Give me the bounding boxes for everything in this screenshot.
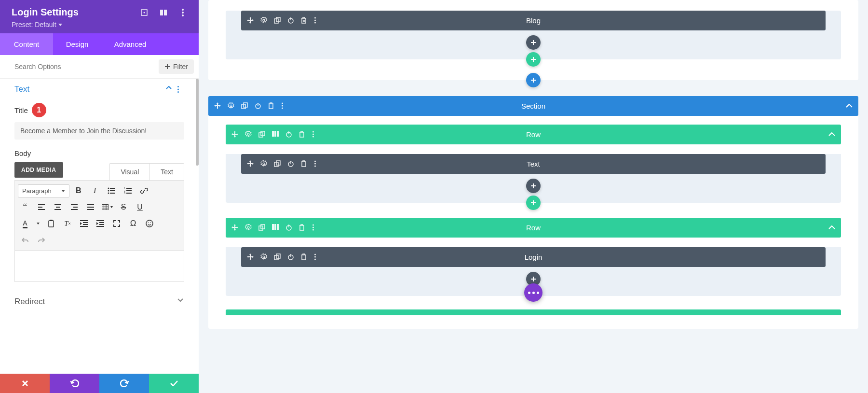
quote-icon[interactable]: “ [18,200,32,214]
move-icon[interactable] [231,131,239,139]
undo-icon[interactable] [18,233,32,247]
format-select[interactable]: Paragraph [18,184,69,197]
gear-icon[interactable] [260,160,268,168]
row-bar[interactable] [226,309,841,315]
add-section-button[interactable] [526,73,541,87]
bold-icon[interactable]: B [71,183,86,198]
cancel-button[interactable] [0,374,50,393]
add-module-button[interactable] [526,35,541,50]
power-icon[interactable] [287,253,295,261]
bullet-list-icon[interactable] [104,183,119,198]
duplicate-icon[interactable] [274,253,282,261]
chevron-down-icon[interactable] [177,298,184,305]
gear-icon[interactable] [245,224,253,232]
module-bar-blog[interactable]: Blog [241,11,826,30]
more-icon[interactable] [314,253,322,261]
more-icon[interactable] [178,8,187,17]
columns-icon[interactable] [272,131,280,139]
text-section-header[interactable]: Text [14,84,184,94]
columns-icon[interactable] [159,8,168,17]
module-bar-login[interactable]: Login [241,247,826,267]
more-icon[interactable] [282,102,289,110]
editor-body[interactable] [14,251,184,282]
gear-icon[interactable] [245,131,253,139]
underline-icon[interactable]: U [133,200,147,214]
italic-icon[interactable]: I [88,183,102,198]
paste-icon[interactable] [44,216,58,231]
text-color-dropdown-icon[interactable] [34,216,42,231]
align-right-icon[interactable] [67,200,81,214]
gear-icon[interactable] [260,253,268,261]
move-icon[interactable] [231,224,239,232]
editor-tab-visual[interactable]: Visual [109,163,149,180]
move-icon[interactable] [214,102,222,110]
save-button[interactable] [149,374,199,393]
title-input[interactable] [14,122,184,140]
emoji-icon[interactable] [142,216,157,231]
indent-icon[interactable] [93,216,108,231]
trash-icon[interactable] [299,131,307,139]
chevron-up-icon[interactable] [846,104,853,108]
more-icon[interactable] [312,131,320,139]
preset-selector[interactable]: Preset: Default [12,21,187,28]
link-icon[interactable] [137,183,151,198]
duplicate-icon[interactable] [274,160,282,168]
redirect-section-header[interactable]: Redirect [14,297,184,307]
more-icon[interactable] [312,224,320,232]
text-color-icon[interactable]: A [18,216,32,231]
duplicate-icon[interactable] [258,224,266,232]
trash-icon[interactable] [301,160,309,168]
duplicate-icon[interactable] [274,17,282,25]
fullscreen-icon[interactable] [109,216,124,231]
more-icon[interactable] [177,86,184,93]
tab-content[interactable]: Content [0,33,53,55]
expand-icon[interactable] [140,8,149,17]
power-icon[interactable] [287,160,295,168]
power-icon[interactable] [285,224,293,232]
outdent-icon[interactable] [77,216,91,231]
table-icon[interactable] [100,200,114,214]
undo-button[interactable] [50,374,99,393]
special-char-icon[interactable]: Ω [126,216,140,231]
more-actions-button[interactable] [524,283,542,302]
module-bar-text[interactable]: Text [241,154,826,174]
tab-advanced[interactable]: Advanced [101,33,159,55]
more-icon[interactable] [314,17,322,25]
clear-format-icon[interactable]: T× [60,216,75,231]
power-icon[interactable] [287,17,295,25]
redo-icon[interactable] [34,233,49,247]
align-left-icon[interactable] [34,200,49,214]
redo-button[interactable] [99,374,149,393]
move-icon[interactable] [247,160,255,168]
align-justify-icon[interactable] [83,200,98,214]
add-row-button[interactable] [526,196,541,210]
chevron-up-icon[interactable] [828,225,835,230]
columns-icon[interactable] [272,224,280,232]
trash-icon[interactable] [301,253,309,261]
trash-icon[interactable] [301,17,309,25]
chevron-up-icon[interactable] [828,132,835,137]
move-icon[interactable] [247,17,255,25]
trash-icon[interactable] [299,224,307,232]
row-bar[interactable]: Row [226,218,841,238]
editor-tab-text[interactable]: Text [149,163,184,180]
search-input[interactable] [14,63,159,70]
power-icon[interactable] [285,131,293,139]
more-icon[interactable] [314,160,322,168]
duplicate-icon[interactable] [241,102,249,110]
duplicate-icon[interactable] [258,131,266,139]
row-bar[interactable]: Row [226,125,841,144]
strikethrough-icon[interactable]: S [116,200,131,214]
section-bar[interactable]: Section [208,96,858,116]
add-row-button[interactable] [526,52,541,67]
add-media-button[interactable]: ADD MEDIA [14,162,63,178]
tab-design[interactable]: Design [53,33,101,55]
trash-icon[interactable] [268,102,276,110]
gear-icon[interactable] [260,17,268,25]
chevron-up-icon[interactable] [166,86,173,93]
filter-button[interactable]: Filter [159,59,194,74]
move-icon[interactable] [247,253,255,261]
gear-icon[interactable] [228,102,235,110]
align-center-icon[interactable] [51,200,65,214]
numbered-list-icon[interactable]: 123 [121,183,135,198]
